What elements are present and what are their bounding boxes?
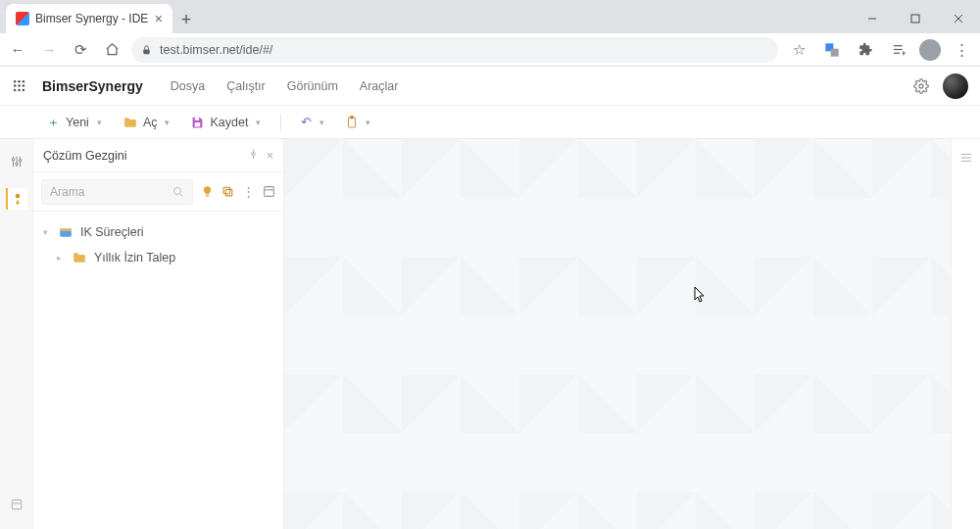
svg-rect-41 [60, 229, 72, 231]
menu-tools[interactable]: Araçlar [360, 79, 399, 93]
svg-point-29 [19, 160, 21, 162]
folder-open-icon [123, 117, 137, 128]
svg-rect-38 [265, 187, 274, 197]
new-label: Yeni [66, 116, 89, 129]
new-button[interactable]: ＋ Yeni ▾ [39, 110, 110, 135]
svg-point-15 [23, 84, 25, 87]
right-rail [951, 139, 980, 529]
chrome-menu-button[interactable]: ⋮ [949, 37, 974, 63]
svg-point-12 [23, 80, 25, 83]
svg-point-13 [14, 84, 17, 87]
rail-settings-icon[interactable] [6, 494, 27, 515]
svg-point-34 [174, 187, 181, 194]
tab-close-icon[interactable]: × [155, 11, 163, 26]
chevron-down-icon: ▾ [366, 118, 370, 127]
profile-avatar-icon[interactable] [919, 39, 941, 61]
menu-file[interactable]: Dosya [171, 79, 205, 93]
svg-point-14 [18, 84, 21, 87]
collapse-icon[interactable] [263, 185, 275, 198]
svg-line-35 [180, 193, 183, 196]
bulb-icon[interactable] [201, 185, 214, 198]
file-toolbar: ＋ Yeni ▾ Aç ▾ Kaydet ▾ ↶ ▾ ▾ [0, 106, 980, 139]
svg-rect-36 [225, 189, 232, 196]
svg-point-27 [12, 159, 14, 161]
folder-icon [73, 252, 88, 264]
settings-gear-icon[interactable] [913, 78, 929, 94]
copy-icon[interactable] [221, 185, 234, 198]
translate-icon[interactable] [819, 37, 845, 63]
svg-point-17 [18, 89, 21, 92]
window-maximize-button[interactable] [894, 4, 937, 33]
chevron-down-icon: ▾ [97, 118, 102, 127]
clipboard-button[interactable]: ▾ [338, 112, 378, 133]
bookmark-star-icon[interactable]: ☆ [786, 37, 811, 63]
nav-back-button[interactable]: ← [6, 38, 29, 62]
lock-icon [141, 44, 152, 56]
svg-point-28 [15, 163, 17, 165]
svg-rect-21 [195, 122, 200, 126]
open-button[interactable]: Aç ▾ [116, 112, 178, 133]
window-minimize-button[interactable] [851, 4, 894, 33]
tree-child-node[interactable]: ▸ Yıllık İzin Talep [37, 245, 279, 270]
undo-button[interactable]: ↶ ▾ [293, 111, 332, 133]
solution-tree: ▾ IK Süreçleri ▸ Yıllık İzin Talep [33, 212, 283, 278]
chevron-down-icon: ▾ [319, 118, 324, 127]
nav-home-button[interactable] [100, 38, 123, 62]
svg-rect-37 [223, 187, 230, 194]
favicon-icon [16, 12, 29, 25]
app-header: BimserSynergy Dosya Çalıştır Görünüm Ara… [0, 67, 980, 106]
search-input[interactable]: Arama [41, 179, 193, 205]
open-label: Aç [143, 116, 158, 129]
menu-view[interactable]: Görünüm [287, 79, 338, 93]
left-rail [0, 139, 33, 529]
tab-title: Bimser Synergy - IDE [35, 12, 148, 25]
tree-root-node[interactable]: ▾ IK Süreçleri [37, 219, 279, 245]
reading-list-icon[interactable] [886, 37, 911, 63]
tree-root-label: IK Süreçleri [80, 225, 144, 239]
menu-run[interactable]: Çalıştır [226, 79, 266, 93]
solution-explorer-panel: Çözüm Gezgini × Arama ⋮ [33, 139, 284, 529]
apps-grid-icon[interactable] [12, 78, 26, 93]
plus-icon: ＋ [47, 114, 60, 131]
pin-icon[interactable] [248, 149, 259, 163]
user-avatar[interactable] [943, 73, 968, 99]
svg-rect-23 [351, 116, 354, 119]
search-placeholder: Arama [50, 185, 84, 199]
new-tab-button[interactable]: + [172, 6, 200, 33]
url-text: test.bimser.net/ide/#/ [160, 43, 272, 57]
brand-label: BimserSynergy [42, 78, 143, 94]
svg-rect-4 [143, 49, 149, 54]
undo-icon: ↶ [301, 115, 312, 129]
svg-rect-6 [831, 48, 839, 56]
svg-point-18 [23, 89, 25, 92]
chevron-right-icon: ▸ [57, 253, 67, 263]
nav-forward-button[interactable]: → [37, 38, 61, 62]
save-button[interactable]: Kaydet ▾ [183, 112, 269, 133]
chevron-down-icon: ▾ [165, 118, 170, 127]
save-label: Kaydet [210, 116, 248, 129]
panel-title: Çözüm Gezgini [43, 149, 126, 163]
editor-canvas[interactable] [284, 139, 951, 529]
more-icon[interactable]: ⋮ [242, 184, 255, 199]
browser-tab[interactable]: Bimser Synergy - IDE × [6, 4, 172, 33]
browser-toolbar: ← → ⟳ test.bimser.net/ide/#/ ☆ ⋮ [0, 33, 980, 67]
clipboard-icon [346, 116, 358, 129]
extensions-icon[interactable] [853, 37, 878, 63]
rail-tune-icon[interactable] [6, 151, 27, 172]
project-icon [59, 226, 74, 238]
close-panel-icon[interactable]: × [267, 149, 273, 163]
chevron-down-icon: ▾ [43, 227, 53, 237]
svg-point-11 [18, 80, 21, 83]
save-disk-icon [191, 116, 204, 128]
svg-point-16 [14, 89, 17, 92]
nav-reload-button[interactable]: ⟳ [69, 38, 92, 62]
rail-layout-icon[interactable] [959, 151, 973, 165]
tree-child-label: Yıllık İzin Talep [94, 251, 175, 264]
cursor-icon [694, 286, 706, 304]
rail-explorer-icon[interactable] [6, 188, 27, 210]
address-bar[interactable]: test.bimser.net/ide/#/ [131, 37, 778, 63]
svg-point-10 [14, 80, 17, 83]
svg-rect-31 [12, 500, 21, 508]
svg-point-30 [15, 194, 20, 199]
window-close-button[interactable] [937, 4, 980, 33]
